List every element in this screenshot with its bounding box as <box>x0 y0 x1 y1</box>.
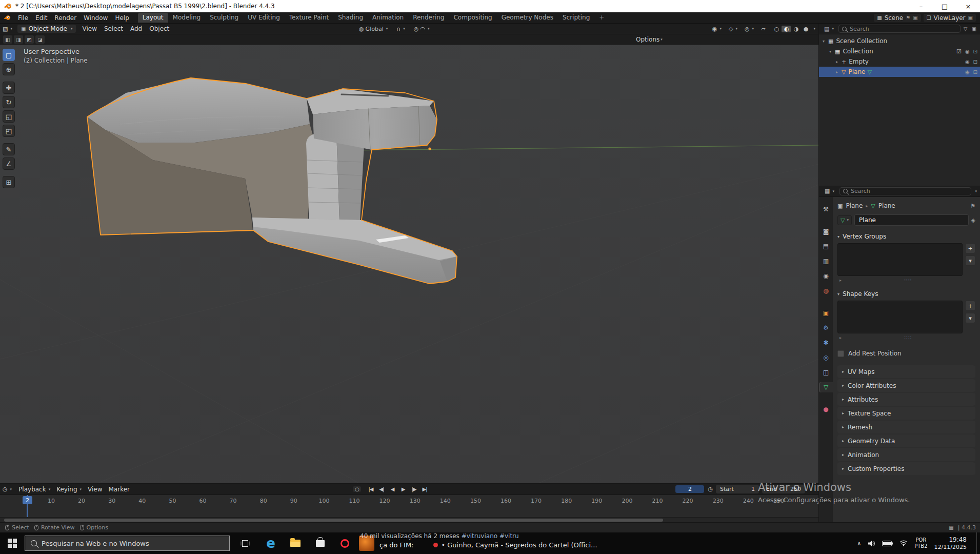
timeline-scrollbar[interactable] <box>4 519 663 522</box>
task-view-button[interactable] <box>233 532 257 554</box>
proportional-editing-toggle[interactable]: ◎ ◠ ▾ <box>411 26 432 32</box>
new-scene-icon[interactable]: ▣ <box>913 15 917 21</box>
add-rest-position-checkbox[interactable] <box>837 350 844 357</box>
measure-tool[interactable]: ∠ <box>3 157 15 170</box>
menu-help[interactable]: Help <box>111 14 132 22</box>
panel-remesh[interactable]: ▸Remesh <box>837 421 975 433</box>
properties-tab-object-data[interactable]: ▽ <box>819 382 833 392</box>
viewport-menu-select[interactable]: Select <box>101 25 127 32</box>
panel-attributes[interactable]: ▸Attributes <box>837 393 975 406</box>
outliner-search[interactable]: Search <box>838 25 961 33</box>
workspace-tab-shading[interactable]: Shading <box>333 13 368 23</box>
current-frame-field[interactable]: 2 <box>675 485 705 493</box>
viewport-3d[interactable]: User Perspective (2) Collection | Plane … <box>0 34 818 483</box>
start-button[interactable] <box>0 532 25 554</box>
visibility-toggle[interactable]: ◉ ▾ <box>710 26 724 32</box>
jump-to-end-button[interactable]: ▶| <box>421 486 429 492</box>
mode-selector[interactable]: ▣ Object Mode ▾ <box>17 25 76 33</box>
add-shape-key-button[interactable]: + <box>965 301 975 311</box>
language-indicator[interactable]: POR PTB2 <box>914 537 927 549</box>
panel-geometry-data[interactable]: ▸Geometry Data <box>837 434 975 447</box>
properties-tab-constraints[interactable]: ◫ <box>819 367 833 378</box>
scale-tool[interactable]: ◱ <box>3 110 15 123</box>
panel-animation[interactable]: ▸Animation <box>837 448 975 461</box>
play-reverse-button[interactable]: ◀ <box>388 486 396 492</box>
filter-icon[interactable]: ▽ <box>963 26 969 32</box>
clock[interactable]: 19:48 12/11/2025 <box>934 536 970 551</box>
list-filter-arrow[interactable]: ▸ <box>839 278 842 283</box>
properties-tab-tool[interactable]: ⚒ <box>819 204 833 214</box>
transform-orientation-selector[interactable]: ◍ Global ▾ <box>356 26 390 32</box>
end-frame-field[interactable]: End 250 <box>762 485 805 493</box>
eye-toggle-icon[interactable]: ◉ <box>965 49 970 54</box>
opera-browser-button[interactable] <box>333 532 356 554</box>
workspace-tab-layout[interactable]: Layout <box>138 13 168 23</box>
properties-header-dropdown[interactable]: ▾ <box>975 189 977 193</box>
vertex-group-specials-button[interactable]: ▾ <box>965 255 975 266</box>
disclosure-arrow[interactable]: ▾ <box>828 49 833 54</box>
new-viewlayer-icon[interactable]: ▣ <box>968 15 973 21</box>
next-keyframe-button[interactable]: |▶ <box>410 486 418 492</box>
object-origin-dot[interactable] <box>428 147 431 150</box>
add-workspace-button[interactable]: + <box>594 13 609 23</box>
list-resize-grip[interactable]: ∷∷ <box>905 335 912 340</box>
exclude-checkbox[interactable]: ☑ <box>956 48 962 55</box>
disclosure-arrow[interactable]: ▾ <box>821 39 826 44</box>
timeline-menu-playback[interactable]: Playback▾ <box>15 486 53 493</box>
file-explorer-button[interactable] <box>284 532 307 554</box>
add-cube-tool[interactable]: ⊞ <box>3 176 15 188</box>
data-id-selector[interactable]: ▽ ▾ <box>837 215 852 225</box>
tool-setting-icon-1[interactable]: ◧ <box>3 35 12 44</box>
gizmo-toggle[interactable]: ◇ ▾ <box>726 26 740 32</box>
shape-keys-listbox[interactable] <box>837 301 963 333</box>
minimize-button[interactable]: – <box>909 0 933 12</box>
annotate-tool[interactable]: ✎ <box>3 143 15 155</box>
camera-toggle-icon[interactable]: ⊡ <box>973 49 977 54</box>
menu-render[interactable]: Render <box>51 14 80 22</box>
auto-keying-button[interactable]: ○ <box>353 486 361 492</box>
shading-dropdown[interactable]: ▾ <box>813 27 815 31</box>
outliner-row-empty[interactable]: ▸+Empty◉⊡ <box>819 56 980 67</box>
outliner-row-plane[interactable]: ▸▽Plane▽◉⊡ <box>819 67 980 77</box>
timeline-menu-view[interactable]: View <box>85 486 105 493</box>
properties-tab-view-layer[interactable]: ▥ <box>819 256 833 266</box>
properties-tab-particles[interactable]: ✱ <box>819 338 833 348</box>
timeline-menu-marker[interactable]: Marker <box>106 486 133 493</box>
shading-rendered-button[interactable]: ● <box>801 26 810 32</box>
workspace-tab-uv-editing[interactable]: UV Editing <box>243 13 285 23</box>
close-button[interactable]: × <box>956 0 980 12</box>
add-vertex-group-button[interactable]: + <box>965 243 975 253</box>
properties-tab-material[interactable]: ● <box>819 404 833 414</box>
start-frame-field[interactable]: Start 1 <box>716 485 759 493</box>
viewport-menu-view[interactable]: View <box>78 25 100 32</box>
workspace-tab-geometry-nodes[interactable]: Geometry Nodes <box>497 13 558 23</box>
properties-tab-modifiers[interactable]: ⚙ <box>819 323 833 333</box>
battery-icon[interactable] <box>882 541 893 546</box>
edge-browser-button[interactable]: e <box>259 532 283 554</box>
menu-file[interactable]: File <box>14 14 32 22</box>
outliner-editor-type-button[interactable]: ▤ ▾ <box>822 26 836 32</box>
previous-keyframe-button[interactable]: ◀| <box>377 486 386 492</box>
tool-setting-icon-3[interactable]: ◩ <box>25 35 34 44</box>
blender-menu-logo-icon[interactable] <box>4 15 11 21</box>
pin-icon[interactable]: ⚑ <box>906 15 910 21</box>
properties-tab-object[interactable]: ▣ <box>819 308 833 318</box>
data-name-field[interactable] <box>854 214 969 226</box>
select-box-tool[interactable]: ▢ <box>3 49 15 61</box>
list-filter-arrow[interactable]: ▸ <box>839 335 842 340</box>
tool-setting-icon-2[interactable]: ◨ <box>14 35 23 44</box>
transform-tool[interactable]: ◰ <box>3 125 15 137</box>
timeline-canvas[interactable]: 2 10203040506070809010011012013014015016… <box>0 495 818 518</box>
media-player-text[interactable]: ça do FIM: • Guinho, Caymã - Segredos do… <box>379 541 597 549</box>
panel-texture-space[interactable]: ▸Texture Space <box>837 407 975 420</box>
viewport-menu-object[interactable]: Object <box>146 25 173 32</box>
shape-key-specials-button[interactable]: ▾ <box>965 313 975 323</box>
outliner-row-collection[interactable]: ▾▦Collection☑◉⊡ <box>819 46 980 56</box>
options-dropdown[interactable]: Options ▾ <box>636 36 663 43</box>
timeline-menu-keying[interactable]: Keying▾ <box>53 486 85 493</box>
properties-tab-output[interactable]: ▤ <box>819 241 833 251</box>
panel-custom-properties[interactable]: ▸Custom Properties <box>837 462 975 475</box>
timeline-editor-type-button[interactable]: ◷ ▾ <box>0 486 14 492</box>
play-button[interactable]: ▶ <box>399 486 407 492</box>
disclosure-arrow[interactable]: ▸ <box>834 60 839 64</box>
